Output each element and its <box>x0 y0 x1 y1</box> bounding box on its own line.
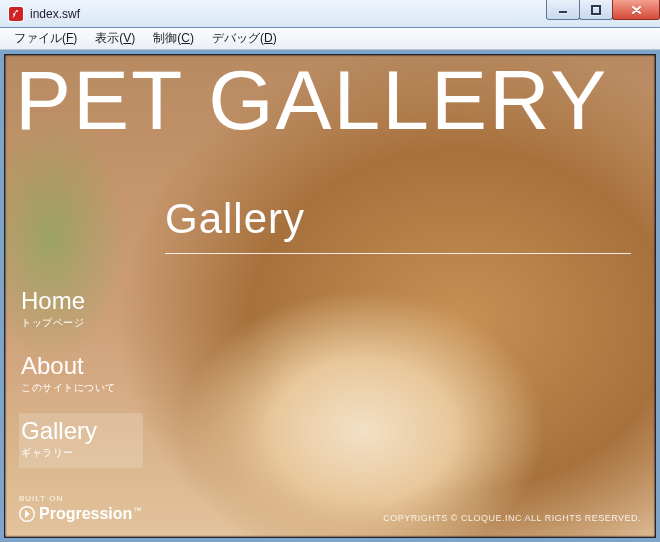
minimize-button[interactable] <box>546 0 580 20</box>
nav-label-ja: トップページ <box>21 316 139 330</box>
nav-label-ja: このサイトについて <box>21 381 139 395</box>
heading-underline <box>165 253 631 254</box>
site-title: PET GALLERY <box>15 61 645 141</box>
maximize-icon <box>591 5 601 15</box>
nav-item-gallery[interactable]: Gallery ギャラリー <box>19 413 143 468</box>
trademark-symbol: ™ <box>133 506 141 515</box>
window-controls <box>547 0 660 27</box>
nav-item-about[interactable]: About このサイトについて <box>19 348 143 403</box>
nav-label-en: About <box>21 354 139 378</box>
nav-item-home[interactable]: Home トップページ <box>19 283 143 338</box>
framework-name: Progression <box>39 505 132 522</box>
close-button[interactable] <box>612 0 660 20</box>
section-heading-wrap: Gallery <box>165 195 631 254</box>
built-on-label: BUILT ON <box>19 494 141 503</box>
svg-rect-1 <box>9 7 23 21</box>
menubar: ファイル(F) 表示(V) 制御(C) デバッグ(D) <box>0 28 660 50</box>
svg-rect-3 <box>592 6 600 14</box>
flash-app-icon <box>8 6 24 22</box>
close-icon <box>631 5 642 15</box>
copyright: COPYRIGHTS © CLOQUE.INC ALL RIGHTS RESER… <box>383 513 641 523</box>
flash-content: PET GALLERY Gallery Home トップページ About この… <box>4 54 656 538</box>
window-title: index.swf <box>30 7 80 21</box>
section-heading: Gallery <box>165 195 631 243</box>
maximize-button[interactable] <box>579 0 613 20</box>
menu-view[interactable]: 表示(V) <box>87 28 143 49</box>
menu-file[interactable]: ファイル(F) <box>6 28 85 49</box>
flash-player-window: index.swf ファイル(F) 表示(V) 制御(C) デバッグ(D) PE… <box>0 0 660 542</box>
nav-label-en: Home <box>21 289 139 313</box>
footer-brand: BUILT ON Progression™ <box>19 494 141 523</box>
minimize-icon <box>558 5 568 15</box>
side-nav: Home トップページ About このサイトについて Gallery ギャラリ… <box>19 283 143 468</box>
nav-label-ja: ギャラリー <box>21 446 139 460</box>
menu-control[interactable]: 制御(C) <box>145 28 202 49</box>
progression-logo-icon <box>19 506 35 522</box>
titlebar[interactable]: index.swf <box>0 0 660 28</box>
svg-rect-2 <box>559 11 567 13</box>
nav-label-en: Gallery <box>21 419 139 443</box>
menu-debug[interactable]: デバッグ(D) <box>204 28 285 49</box>
